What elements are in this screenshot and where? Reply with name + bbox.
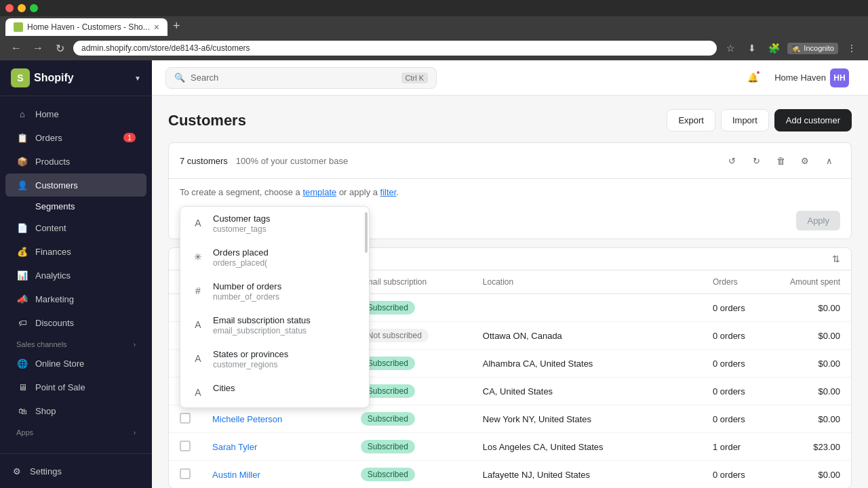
orders-placed-icon: ✳: [190, 249, 206, 265]
marketing-icon: 📣: [16, 293, 28, 305]
customer-name[interactable]: Michelle Peterson: [212, 414, 282, 424]
close-window-btn[interactable]: [5, 4, 14, 12]
customer-name[interactable]: Sarah Tyler: [212, 442, 257, 452]
sidebar-item-home[interactable]: ⌂ Home: [5, 102, 146, 125]
menu-btn[interactable]: ⋮: [844, 40, 860, 56]
customer-orders: 0 orders: [702, 322, 770, 350]
sidebar-item-discounts[interactable]: 🏷 Discounts: [5, 311, 146, 334]
sidebar-item-segments[interactable]: Segments: [5, 197, 146, 216]
sidebar-item-customers[interactable]: 👤 Customers: [5, 174, 146, 197]
search-input-container[interactable]: 🔍 Search Ctrl K: [165, 67, 437, 89]
segment-tools: ↺ ↻ 🗑 ⚙ ∧: [721, 150, 840, 171]
row-checkbox[interactable]: [180, 441, 191, 451]
analytics-icon: 📊: [16, 269, 28, 281]
collapse-btn[interactable]: ∧: [818, 150, 840, 171]
content-icon: 📄: [16, 222, 28, 234]
download-btn[interactable]: ⬇: [744, 40, 760, 56]
filter-btn[interactable]: ⚙: [794, 150, 816, 171]
delete-segment-btn[interactable]: 🗑: [770, 150, 791, 171]
segment-bar: 7 customers 100% of your customer base ↺…: [168, 142, 852, 239]
add-customer-btn[interactable]: Add customer: [774, 109, 852, 131]
home-icon: ⌂: [16, 108, 28, 120]
new-tab-btn[interactable]: +: [167, 16, 186, 36]
apply-btn[interactable]: Apply: [796, 211, 840, 230]
sidebar-item-content[interactable]: 📄 Content: [5, 216, 146, 239]
filter-link[interactable]: filter: [380, 187, 397, 197]
import-btn[interactable]: Import: [721, 109, 769, 131]
sidebar-item-label: Shop: [35, 406, 136, 416]
sidebar-item-pos[interactable]: 🖥 Point of Sale: [5, 375, 146, 399]
subscription-badge: Subscribed: [361, 468, 415, 481]
undo-btn[interactable]: ↺: [721, 150, 743, 171]
sidebar-item-marketing[interactable]: 📣 Marketing: [5, 287, 146, 310]
table-row: Michelle Peterson Subscribed New York NY…: [169, 405, 851, 433]
orders-badge: 1: [123, 133, 136, 142]
orders-placed-title: Orders placed: [213, 247, 359, 258]
shopify-logo: S Shopify: [11, 68, 74, 87]
shop-icon: 🛍: [16, 405, 28, 417]
redo-btn[interactable]: ↻: [745, 150, 767, 171]
sidebar-item-analytics[interactable]: 📊 Analytics: [5, 264, 146, 287]
segment-input[interactable]: To create a segment, choose a template o…: [180, 187, 840, 197]
dropdown-item-orders-placed[interactable]: ✳ Orders placed orders_placed(: [180, 241, 369, 274]
sidebar-item-orders[interactable]: 📋 Orders 1: [5, 126, 146, 149]
dropdown-item-customer-tags[interactable]: A Customer tags customer_tags: [180, 207, 369, 241]
customer-location: [472, 294, 702, 322]
dropdown-item-states[interactable]: A States or provinces customer_regions: [180, 342, 369, 376]
dropdown-item-number-of-orders[interactable]: # Number of orders number_of_orders: [180, 274, 369, 308]
apps-label: Apps ›: [0, 423, 152, 439]
template-link[interactable]: template: [302, 187, 336, 197]
number-orders-title: Number of orders: [213, 281, 359, 291]
email-sub-icon: A: [190, 317, 206, 333]
extensions-btn[interactable]: 🧩: [766, 40, 782, 56]
sidebar-item-label: Discounts: [35, 318, 136, 328]
sidebar-item-finances[interactable]: 💰 Finances: [5, 240, 146, 263]
forward-btn[interactable]: →: [30, 40, 46, 56]
row-checkbox[interactable]: [180, 413, 191, 424]
sidebar-nav: ⌂ Home 📋 Orders 1 📦 Products 👤 Customers…: [0, 96, 152, 453]
expand-icon[interactable]: ›: [134, 429, 136, 436]
dropdown-scrollbar: [365, 212, 368, 253]
customer-location: Ottawa ON, Canada: [472, 322, 702, 350]
minimize-window-btn[interactable]: [18, 4, 26, 12]
email-sub-sub: email_subscription_status: [213, 326, 359, 336]
expand-icon[interactable]: ›: [134, 341, 136, 348]
incognito-label: Incognito: [804, 44, 834, 52]
settings-icon: ⚙: [11, 465, 23, 477]
segment-placeholder: To create a segment, choose a: [180, 187, 302, 197]
dropdown-item-email-subscription[interactable]: A Email subscription status email_subscr…: [180, 308, 369, 342]
segments-label: Segments: [35, 201, 75, 211]
bookmark-btn[interactable]: ☆: [722, 40, 738, 56]
customer-location: Los Angeles CA, United States: [472, 433, 702, 461]
maximize-window-btn[interactable]: [30, 4, 38, 12]
search-bar: 🔍 Search Ctrl K: [165, 67, 437, 89]
active-tab[interactable]: Home Haven - Customers - Sho... ×: [5, 18, 167, 36]
sidebar-logo: S Shopify ▼: [0, 60, 152, 96]
row-checkbox[interactable]: [180, 468, 191, 479]
sidebar-item-online-store[interactable]: 🌐 Online Store: [5, 352, 146, 375]
sidebar-item-label: Analytics: [35, 270, 136, 281]
page-content: Customers Export Import Add customer 7 c…: [152, 96, 868, 488]
dropdown-item-cities[interactable]: A Cities: [180, 376, 369, 407]
sidebar-item-settings[interactable]: ⚙ Settings: [5, 460, 146, 483]
export-btn[interactable]: Export: [667, 109, 715, 131]
orders-icon: 📋: [16, 131, 28, 144]
notifications-btn[interactable]: 🔔: [742, 67, 764, 89]
tab-close-btn[interactable]: ×: [154, 22, 159, 32]
shopify-icon: S: [11, 68, 30, 87]
sidebar-item-products[interactable]: 📦 Products: [5, 150, 146, 173]
sidebar-item-shop[interactable]: 🛍 Shop: [5, 399, 146, 422]
url-input[interactable]: [73, 41, 717, 56]
store-switcher-btn[interactable]: Home Haven HH: [769, 66, 854, 90]
topbar-actions: 🔔 Home Haven HH: [742, 66, 854, 90]
sort-btn[interactable]: ⇅: [832, 253, 840, 264]
browser-chrome: Home Haven - Customers - Sho... × + ← → …: [0, 0, 868, 60]
incognito-badge[interactable]: 🕵 Incognito: [787, 43, 838, 54]
or-text: or apply a: [336, 187, 380, 197]
sidebar-store-dropdown[interactable]: ▼: [134, 75, 141, 82]
sidebar-item-label: Home: [35, 109, 136, 119]
customer-name[interactable]: Austin Miller: [212, 470, 260, 480]
refresh-btn[interactable]: ↻: [52, 40, 68, 56]
customer-orders: 0 orders: [702, 294, 770, 322]
back-btn[interactable]: ←: [8, 40, 24, 56]
